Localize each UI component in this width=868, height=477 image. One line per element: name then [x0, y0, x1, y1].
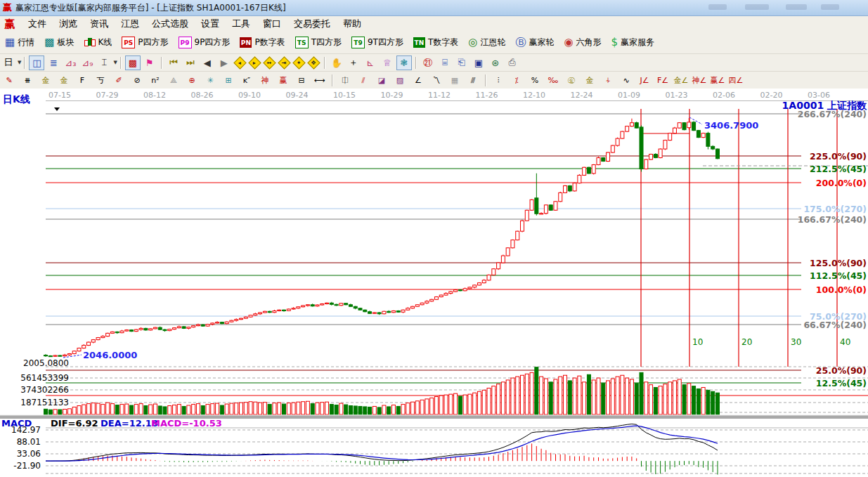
si-angle-tool[interactable]: 四∠: [727, 73, 744, 88]
box-tool[interactable]: ⎅: [337, 73, 354, 88]
p-square-button[interactable]: PSP四方形: [117, 34, 172, 51]
candle-pen-tool[interactable]: ⍭: [600, 73, 616, 88]
hexagon-button[interactable]: ◉六角形: [559, 34, 605, 51]
web-quote-button[interactable]: ⊛: [488, 55, 503, 70]
candle: [458, 290, 462, 291]
skip-first-button[interactable]: ⏮: [166, 55, 181, 70]
chart-area[interactable]: 日K线 1A0001 上证指数 3406.7900 2046.0000 2005…: [0, 89, 868, 477]
menu-item-8[interactable]: 交易委托: [287, 16, 337, 32]
p-table-button[interactable]: PNP数字表: [235, 34, 289, 51]
angle-measure-button[interactable]: ⊾: [363, 55, 378, 70]
zigzag-tool[interactable]: 〽: [428, 73, 445, 88]
analysis-flag-button[interactable]: ⚑: [142, 55, 157, 70]
zoom-right-diamond[interactable]: ▸: [248, 56, 261, 69]
menu-item-6[interactable]: 工具: [226, 16, 257, 32]
f-scale-tool[interactable]: F: [74, 73, 91, 88]
9p-square-button[interactable]: P99P四方形: [174, 34, 235, 51]
chart3-button[interactable]: ⊿₃: [63, 55, 78, 70]
winner-wheel-button[interactable]: Ⓑ赢家轮: [511, 34, 558, 51]
percent-tool[interactable]: %: [526, 73, 543, 88]
9t-square-button[interactable]: T99T四方形: [347, 34, 408, 51]
reset-view-diamond[interactable]: ✥: [307, 56, 320, 69]
gold-line-tool[interactable]: 金: [581, 73, 598, 88]
volume-axis-label: 561453399: [20, 373, 69, 383]
notes-button[interactable]: ⎗: [454, 55, 469, 70]
fan-box-tool[interactable]: ◪: [373, 73, 390, 88]
prev-button[interactable]: ◀: [200, 55, 215, 70]
candle-style-button-caret[interactable]: ▼: [113, 60, 117, 65]
menu-item-9[interactable]: 帮助: [337, 16, 368, 32]
crosshair-button[interactable]: ＋: [346, 55, 361, 70]
gold-circle-tool[interactable]: ㊎: [563, 73, 580, 88]
percent-line-tool[interactable]: ‰: [545, 73, 562, 88]
sectors-button[interactable]: ▩板块: [40, 34, 78, 51]
save-button[interactable]: ▣: [471, 55, 486, 70]
parallel-tool[interactable]: ⫻: [465, 73, 481, 88]
candle: [254, 314, 257, 315]
menu-item-2[interactable]: 资讯: [84, 16, 115, 32]
wave-tool[interactable]: ∿: [618, 73, 635, 88]
volume-bar: [434, 397, 438, 414]
menu-item-0[interactable]: 文件: [22, 16, 53, 32]
span-arrow-tool[interactable]: ⟷: [311, 73, 328, 88]
calendar-button[interactable]: ㉑: [420, 55, 436, 70]
pane-splitter[interactable]: [0, 415, 868, 419]
crown-button[interactable]: ♕: [380, 55, 395, 70]
next-button[interactable]: ▶: [216, 55, 232, 70]
angle-ruler-tool[interactable]: ⟁: [165, 73, 182, 88]
shen-angle-tool[interactable]: 神∠: [691, 73, 708, 88]
n2-tool[interactable]: n²: [147, 73, 164, 88]
menu-item-4[interactable]: 公式选股: [145, 16, 195, 32]
ruler-tool[interactable]: ⧻: [19, 73, 36, 88]
fan-tool[interactable]: ⫽: [355, 73, 372, 88]
kline-button[interactable]: K线: [79, 34, 116, 51]
quotes-button[interactable]: ▦行情: [1, 34, 39, 51]
candle-style-button[interactable]: ⌶: [96, 55, 112, 70]
gann-wheel-button[interactable]: ◎江恩轮: [464, 34, 510, 51]
gold-scale-a-tool[interactable]: 金: [37, 73, 54, 88]
grid-target-tool[interactable]: ⊞: [220, 73, 237, 88]
zoom-left-diamond[interactable]: ◂: [233, 56, 246, 69]
gann-grid-button[interactable]: ▩: [125, 55, 141, 70]
k-note-tool[interactable]: ĸ″: [238, 73, 255, 88]
report-button[interactable]: ≣: [46, 55, 61, 70]
grid-box-tool[interactable]: ▨: [391, 73, 408, 88]
pen-tool[interactable]: ✎: [1, 73, 18, 88]
star-grid-tool[interactable]: ✳: [202, 73, 219, 88]
skip-last-button[interactable]: ⏭: [183, 55, 198, 70]
expand-h-diamond[interactable]: ↔: [263, 56, 276, 69]
print-button[interactable]: ⎙: [505, 55, 520, 70]
compress-h-diamond[interactable]: ⇥: [278, 56, 290, 69]
menu-item-5[interactable]: 设置: [195, 16, 226, 32]
period-day-button[interactable]: 日: [1, 55, 16, 70]
percent7-tool[interactable]: ⁒: [508, 73, 525, 88]
angle-lines-tool[interactable]: ∠: [410, 73, 427, 88]
menu-item-7[interactable]: 窗口: [257, 16, 287, 32]
shen-tool[interactable]: 神: [257, 73, 273, 88]
t-square-button[interactable]: TST四方形: [291, 34, 346, 51]
brain-button[interactable]: ❃: [396, 55, 412, 70]
price-count-tool[interactable]: ⫶: [490, 73, 507, 88]
coil-tool[interactable]: 丂: [92, 73, 109, 88]
gold-angle-tool[interactable]: 金∠: [673, 73, 689, 88]
compass-tool[interactable]: ⊘: [129, 73, 145, 88]
circle-cross-tool[interactable]: ⊕: [183, 73, 200, 88]
menu-item-1[interactable]: 浏览: [53, 16, 84, 32]
calculator-button[interactable]: ⌸: [437, 55, 453, 70]
grid-a-tool[interactable]: ▦: [446, 73, 463, 88]
j-angle-tool[interactable]: J∠: [636, 73, 653, 88]
menu-item-3[interactable]: 江恩: [115, 16, 145, 32]
chart9-button[interactable]: ⊿₉: [79, 55, 95, 70]
hand-button[interactable]: ✋: [329, 55, 344, 70]
gold-scale-b-tool[interactable]: 金: [56, 73, 72, 88]
expand-all-diamond[interactable]: ✦: [292, 56, 305, 69]
f-angle-tool[interactable]: F∠: [654, 73, 671, 88]
ying-tool[interactable]: 赢: [275, 73, 292, 88]
winner-service-button[interactable]: $赢家服务: [607, 34, 659, 51]
period-day-button-caret[interactable]: ▼: [18, 60, 21, 65]
window-layout-button[interactable]: ◫: [29, 55, 44, 70]
ying-angle-tool[interactable]: 赢∠: [709, 73, 726, 88]
t-table-button[interactable]: TNT数字表: [409, 34, 462, 51]
marker-tool[interactable]: ✐: [110, 73, 127, 88]
grid123-tool[interactable]: ⊟: [293, 73, 310, 88]
